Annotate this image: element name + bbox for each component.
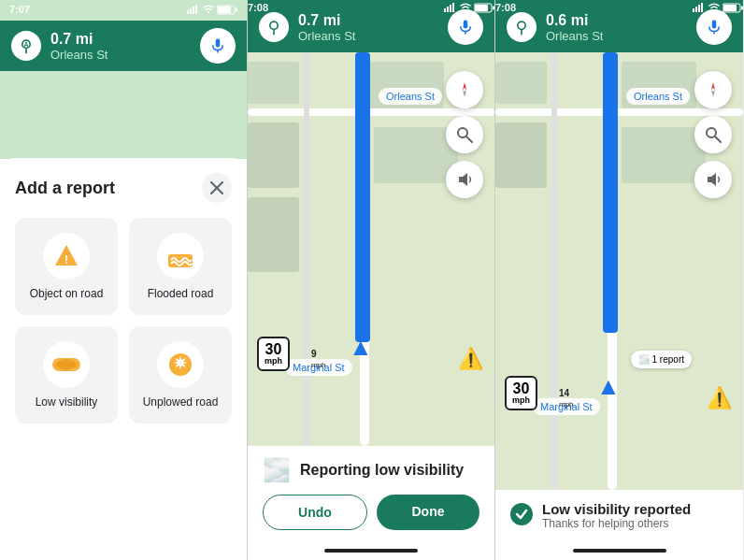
flooded-road-label: Flooded road (148, 287, 214, 300)
svg-rect-37 (698, 5, 700, 12)
nav-container-3: 7:08 (495, 0, 743, 52)
volume-icon-3 (704, 170, 723, 189)
status-time-3: 7:08 (495, 2, 516, 13)
report-panel-title: Add a report (15, 179, 115, 198)
current-speed-3: 14 mph (559, 388, 574, 409)
signal-icon-1 (187, 5, 200, 14)
undo-button[interactable]: Undo (263, 495, 367, 530)
report-item-object-road[interactable]: ! Object on road (15, 218, 118, 315)
pin-icon-2 (259, 12, 289, 42)
nav-pin-svg-1: A (17, 36, 36, 55)
compass-icon-2 (455, 80, 474, 99)
nav-street-1: Orleans St (50, 48, 200, 62)
report-grid: ! Object on road Flooded road (15, 218, 232, 424)
nav-street-3: Orleans St (546, 29, 696, 43)
object-road-label: Object on road (30, 287, 104, 300)
battery-icon-1 (217, 5, 237, 15)
mic-icon-1 (209, 37, 226, 54)
volume-btn-2[interactable] (446, 161, 483, 198)
svg-rect-36 (695, 7, 697, 12)
confirmed-row: Low visibility reported Thanks for helpi… (495, 490, 743, 541)
svg-point-18 (57, 359, 76, 370)
road-v-2 (304, 52, 309, 446)
warning-triangle-3[interactable]: ⚠️ (707, 386, 732, 410)
status-bar-1: 7:07 (0, 0, 247, 19)
svg-marker-31 (463, 90, 466, 97)
building-8 (622, 127, 706, 183)
search-btn-2[interactable] (446, 116, 483, 153)
low-vis-svg (51, 353, 81, 376)
reporting-row: 🌫️ Reporting low visibility (263, 457, 479, 483)
map-background-1: 7:07 (0, 0, 247, 159)
status-bar-3: 7:08 (495, 0, 743, 15)
done-button[interactable]: Done (377, 495, 479, 530)
compass-btn-3[interactable] (694, 71, 732, 108)
volume-icon-2 (455, 170, 474, 189)
road-v-4 (551, 52, 557, 490)
flooded-road-svg (166, 243, 194, 269)
map-area-3: ← Orleans St ▲ Marginal St 30 mph 14 mph… (495, 52, 743, 490)
object-road-icon: ! (43, 233, 90, 280)
object-road-svg: ! (52, 242, 80, 270)
nav-arrow-2: ▲ (349, 333, 373, 362)
status-time-2: 7:08 (248, 2, 268, 13)
speed-limit-3: 30 (513, 381, 530, 396)
nav-header-1: A 0.7 mi Orleans St (0, 21, 247, 71)
wifi-icon-1 (203, 5, 214, 14)
turn-arrow-2: ← (341, 103, 358, 122)
nav-street-2: Orleans St (298, 29, 448, 43)
wifi-icon-2 (460, 3, 471, 12)
svg-rect-0 (187, 10, 189, 14)
svg-rect-26 (475, 5, 488, 11)
svg-point-27 (270, 22, 278, 29)
screen-reporting: 7:08 (248, 0, 495, 560)
svg-rect-25 (493, 6, 494, 9)
svg-rect-40 (741, 6, 743, 9)
svg-marker-49 (708, 173, 716, 186)
svg-line-33 (466, 136, 472, 142)
compass-btn-2[interactable] (446, 71, 483, 108)
svg-rect-21 (447, 7, 449, 12)
svg-rect-3 (195, 5, 197, 14)
building-9 (495, 122, 547, 188)
route-line-3 (603, 52, 618, 333)
mic-icon-3 (706, 19, 723, 36)
confirmed-text: Low visibility reported Thanks for helpi… (542, 501, 691, 530)
report-item-unplowed-road[interactable]: Unplowed road (129, 326, 232, 424)
svg-text:!: ! (64, 253, 68, 266)
close-button[interactable] (202, 173, 232, 203)
status-time-1: 7:07 (9, 4, 30, 15)
report-item-low-visibility[interactable]: Low visibility (15, 326, 118, 424)
pin-icon-1: A (11, 31, 41, 61)
mic-button-1[interactable] (200, 28, 236, 64)
action-buttons: Undo Done (263, 495, 479, 530)
warning-triangle-2[interactable]: ⚠️ (458, 347, 483, 371)
reporting-emoji: 🌫️ (263, 457, 291, 483)
svg-rect-35 (693, 8, 694, 12)
status-bar-2: 7:08 (248, 0, 494, 15)
building-7 (495, 62, 547, 104)
report-item-flooded-road[interactable]: Flooded road (129, 218, 232, 315)
compass-icon-3 (704, 80, 723, 99)
speed-box-2: 30 mph (257, 337, 290, 371)
search-btn-3[interactable] (694, 116, 732, 153)
svg-rect-2 (193, 7, 194, 14)
svg-rect-38 (701, 3, 703, 12)
status-icons-2 (444, 3, 494, 13)
report-panel: Add a report ! Object on road (0, 158, 247, 560)
svg-text:A: A (24, 41, 29, 48)
svg-rect-20 (444, 8, 446, 12)
volume-btn-3[interactable] (694, 161, 732, 198)
battery-icon-3 (723, 3, 743, 13)
status-icons-1 (187, 5, 237, 15)
nav-arrow-3: ▲ (596, 372, 621, 401)
svg-rect-6 (218, 7, 231, 13)
nav-text-2: 0.7 mi Orleans St (298, 12, 448, 43)
close-icon (210, 181, 223, 194)
orleans-label-2: Orleans St (379, 88, 442, 105)
speed-box-3: 30 mph (505, 376, 537, 410)
wifi-icon-3 (708, 3, 720, 12)
signal-icon-2 (444, 3, 457, 12)
home-indicator-3 (495, 541, 743, 560)
unplowed-road-label: Unplowed road (143, 395, 219, 409)
